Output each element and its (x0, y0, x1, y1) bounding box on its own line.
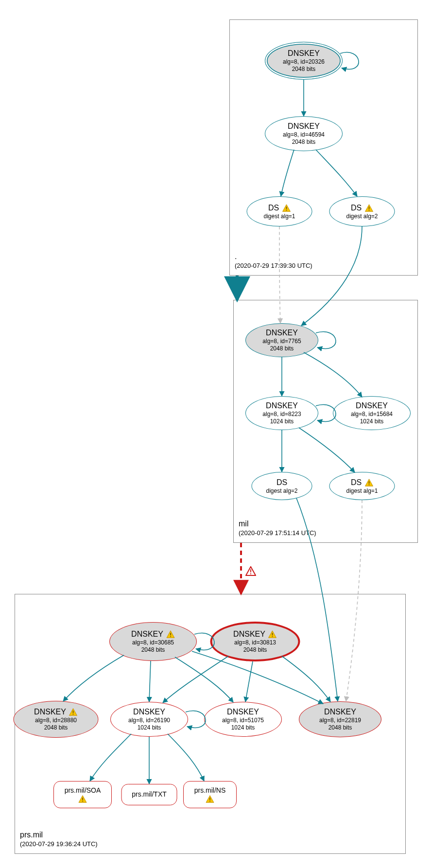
node-title: DNSKEY (227, 707, 259, 717)
node-sub2: 2048 bits (44, 724, 68, 731)
warning-icon (206, 795, 214, 803)
rr-prsmil-ns: prs.mil/NS (183, 781, 237, 808)
rr-prsmil-txt: prs.mil/TXT (121, 784, 177, 805)
node-sub: alg=8, id=15684 (351, 411, 393, 418)
node-title: DNSKEY (133, 707, 165, 717)
node-sub: alg=8, id=8223 (262, 411, 301, 418)
svg-rect-8 (272, 633, 273, 635)
svg-rect-16 (250, 569, 251, 572)
dnskey-label: DNSKEY (34, 707, 66, 717)
warning-icon (268, 630, 277, 638)
node-title: DNSKEY (131, 629, 175, 639)
dnskey-mil-15684: DNSKEY alg=8, id=15684 1024 bits (333, 396, 411, 430)
dnskey-prsmil-30813: DNSKEY alg=8, id=30813 2048 bits (210, 622, 300, 661)
rr-prsmil-soa: prs.mil/SOA (53, 781, 112, 808)
ds-root-alg1: DS digest alg=1 (247, 196, 312, 226)
node-sub: alg=8, id=7765 (262, 338, 301, 345)
ds-mil-alg2: DS digest alg=2 (252, 472, 312, 500)
warning-icon (166, 630, 175, 638)
node-sub2: 2048 bits (328, 724, 352, 731)
svg-rect-15 (209, 800, 210, 801)
svg-rect-4 (368, 481, 369, 484)
ds-label: DS (351, 478, 362, 487)
node-sub: digest alg=2 (346, 213, 378, 220)
svg-rect-1 (286, 209, 286, 210)
node-sub: alg=8, id=26190 (128, 717, 170, 724)
node-sub2: 1024 bits (270, 418, 294, 425)
zone-root-ts: (2020-07-29 17:39:30 UTC) (235, 262, 312, 270)
node-sub2: 2048 bits (270, 345, 294, 352)
zone-prsmil-ts: (2020-07-29 19:36:24 UTC) (20, 840, 98, 849)
ds-label: DS (268, 203, 279, 213)
node-title: DNSKEY (288, 122, 320, 131)
svg-rect-12 (82, 798, 83, 800)
svg-rect-3 (368, 209, 369, 210)
warning-icon (364, 479, 373, 486)
svg-rect-2 (368, 207, 369, 209)
node-title: DNSKEY (324, 707, 356, 717)
svg-rect-0 (286, 207, 286, 209)
node-sub: alg=8, id=22819 (319, 717, 361, 724)
dnskey-root-ksk: DNSKEY alg=8, id=20326 2048 bits (265, 42, 343, 80)
node-sub: alg=8, id=51075 (222, 717, 264, 724)
dnskey-mil-zsk: DNSKEY alg=8, id=8223 1024 bits (245, 396, 318, 430)
dnskey-prsmil-51075: DNSKEY alg=8, id=51075 1024 bits (204, 702, 282, 737)
node-title: DNSKEY (288, 49, 320, 58)
svg-rect-17 (250, 573, 251, 574)
svg-rect-9 (272, 636, 273, 637)
node-sub2: 2048 bits (292, 66, 316, 73)
node-sub: digest alg=1 (346, 487, 378, 495)
node-sub: alg=8, id=20326 (283, 58, 325, 66)
zone-prsmil-name: prs.mil (20, 830, 98, 840)
svg-rect-14 (209, 798, 210, 800)
zone-mil-name: mil (239, 519, 316, 529)
node-title: DS (276, 478, 287, 487)
node-title: DNSKEY (266, 401, 298, 411)
node-sub2: 1024 bits (231, 724, 255, 731)
warning-icon (78, 795, 87, 803)
rr-label: prs.mil/SOA (65, 786, 101, 795)
ds-root-alg2: DS digest alg=2 (329, 196, 395, 226)
rr-label: prs.mil/NS (194, 786, 226, 795)
dnskey-prsmil-28880: DNSKEY alg=8, id=28880 2048 bits (14, 701, 99, 738)
warning-icon (282, 204, 291, 212)
zone-prsmil-label: prs.mil (2020-07-29 19:36:24 UTC) (20, 830, 98, 849)
dnskey-prsmil-22819: DNSKEY alg=8, id=22819 2048 bits (299, 701, 381, 737)
node-sub2: 2048 bits (243, 646, 267, 654)
ds-mil-alg1: DS digest alg=1 (329, 472, 395, 500)
zone-root-label: . (2020-07-29 17:39:30 UTC) (235, 252, 312, 270)
warning-icon (364, 204, 373, 212)
node-title: DNSKEY (266, 328, 298, 338)
svg-rect-7 (170, 636, 171, 637)
svg-rect-11 (73, 714, 73, 715)
node-sub: alg=8, id=30685 (132, 639, 174, 646)
zone-root-name: . (235, 252, 312, 262)
node-title: DNSKEY (356, 401, 388, 411)
svg-rect-10 (73, 711, 73, 713)
svg-rect-5 (368, 484, 369, 485)
node-sub2: 2048 bits (292, 139, 316, 146)
svg-rect-13 (82, 800, 83, 801)
node-sub: digest alg=1 (263, 213, 295, 220)
node-sub2: 1024 bits (138, 724, 161, 731)
zone-mil-label: mil (2020-07-29 17:51:14 UTC) (239, 519, 316, 538)
dnskey-mil-ksk: DNSKEY alg=8, id=7765 2048 bits (245, 323, 318, 357)
node-title: DNSKEY (34, 707, 78, 717)
node-sub2: 1024 bits (360, 418, 384, 425)
dnskey-label: DNSKEY (131, 629, 163, 639)
node-sub: alg=8, id=28880 (35, 717, 77, 724)
node-sub: alg=8, id=30813 (234, 639, 276, 646)
dnskey-root-zsk: DNSKEY alg=8, id=46594 2048 bits (265, 116, 343, 151)
node-title: DS (351, 203, 373, 213)
node-sub: digest alg=2 (266, 487, 297, 495)
rr-label: prs.mil/TXT (132, 790, 167, 799)
node-title: DS (351, 478, 373, 487)
zone-mil-ts: (2020-07-29 17:51:14 UTC) (239, 529, 316, 538)
svg-rect-6 (170, 633, 171, 635)
dnskey-prsmil-30685: DNSKEY alg=8, id=30685 2048 bits (109, 622, 197, 661)
node-sub: alg=8, id=46594 (283, 131, 325, 139)
node-sub2: 2048 bits (141, 646, 165, 654)
dnskey-label: DNSKEY (233, 629, 265, 639)
ds-label: DS (351, 203, 362, 213)
node-title: DS (268, 203, 291, 213)
